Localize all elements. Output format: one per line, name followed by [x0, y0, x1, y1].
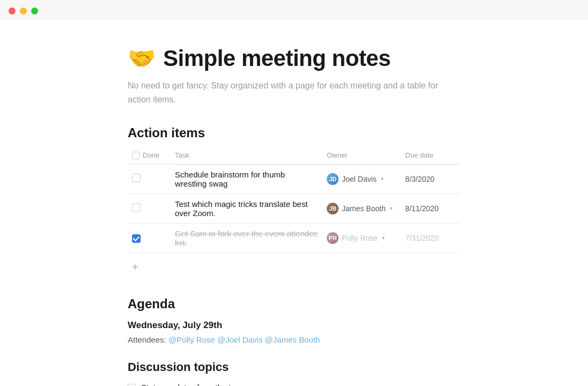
attendees-line: Attendees: @Polly Rose @Joel Davis @Jame…	[128, 335, 460, 344]
minimize-button[interactable]	[20, 8, 27, 14]
owner-cell-row-1: JBJames Booth▾	[327, 203, 396, 214]
page-header: 🤝 Simple meeting notes	[128, 46, 460, 71]
table-row: Test which magic tricks translate best o…	[128, 194, 460, 223]
owner-name-row-2: Polly Rose	[342, 234, 378, 242]
owner-cell-row-2: PRPolly Rose▾	[327, 232, 396, 244]
due-date-row-0: 8/3/2020	[405, 175, 435, 183]
attendee-polly: @Polly Rose	[168, 335, 215, 344]
owner-chevron-row-2[interactable]: ▾	[382, 235, 385, 241]
discussion-item-text-0: Status updates from the team.	[141, 383, 249, 386]
discussion-section: Discussion topics Status updates from th…	[128, 360, 460, 386]
add-item-button[interactable]: +	[132, 262, 138, 272]
col-header-due-date: Due date	[401, 149, 460, 164]
task-text-row-2: Get Sam to fork over the event attendee …	[175, 229, 318, 247]
task-text-row-0: Schedule brainstorm for thumb wrestling …	[175, 170, 285, 188]
main-content: 🤝 Simple meeting notes No need to get fa…	[53, 20, 535, 386]
col-header-owner: Owner	[322, 149, 401, 164]
titlebar	[0, 0, 588, 20]
task-text-row-1: Test which magic tricks translate best o…	[175, 199, 308, 218]
attendees-label: Attendees:	[128, 335, 166, 344]
discussion-checkbox-0[interactable]	[128, 384, 136, 386]
table-header-row: Done Task Owner Due date	[128, 149, 460, 164]
owner-chevron-row-0[interactable]: ▾	[381, 176, 384, 182]
header-checkbox-icon	[132, 152, 139, 159]
col-header-task: Task	[171, 149, 322, 164]
checkbox-row-0[interactable]	[132, 174, 141, 182]
page-description: No need to get fancy. Stay organized wit…	[128, 79, 460, 106]
owner-cell-row-0: JDJoel Davis▾	[327, 173, 396, 185]
attendee-james: @James Booth	[265, 335, 320, 344]
agenda-heading: Agenda	[128, 296, 460, 311]
avatar-row-0: JD	[327, 173, 339, 185]
due-date-row-2: 7/31/2020	[405, 234, 438, 242]
agenda-date: Wednesday, July 29th	[128, 320, 460, 331]
action-items-heading: Action items	[128, 125, 460, 140]
page-icon: 🤝	[128, 47, 156, 70]
table-row: Get Sam to fork over the event attendee …	[128, 223, 460, 253]
owner-name-row-1: James Booth	[342, 204, 386, 213]
avatar-row-2: PR	[327, 232, 339, 244]
discussion-heading: Discussion topics	[128, 360, 460, 374]
list-item: Status updates from the team.	[128, 383, 460, 386]
owner-name-row-0: Joel Davis	[342, 175, 377, 183]
avatar-row-1: JB	[327, 203, 339, 214]
attendee-joel: @Joel Davis	[217, 335, 262, 344]
maximize-button[interactable]	[31, 8, 38, 14]
add-row: +	[128, 257, 460, 277]
due-date-row-1: 8/11/2020	[405, 204, 438, 213]
table-row: Schedule brainstorm for thumb wrestling …	[128, 164, 460, 194]
checkbox-row-2[interactable]	[132, 234, 141, 243]
checkbox-row-1[interactable]	[132, 203, 141, 212]
action-items-table: Done Task Owner Due date Schedule brains…	[128, 149, 460, 253]
col-header-done: Done	[128, 149, 171, 164]
page-title: Simple meeting notes	[163, 46, 391, 71]
owner-chevron-row-1[interactable]: ▾	[390, 205, 393, 211]
agenda-section: Agenda Wednesday, July 29th Attendees: @…	[128, 296, 460, 344]
close-button[interactable]	[9, 8, 16, 14]
